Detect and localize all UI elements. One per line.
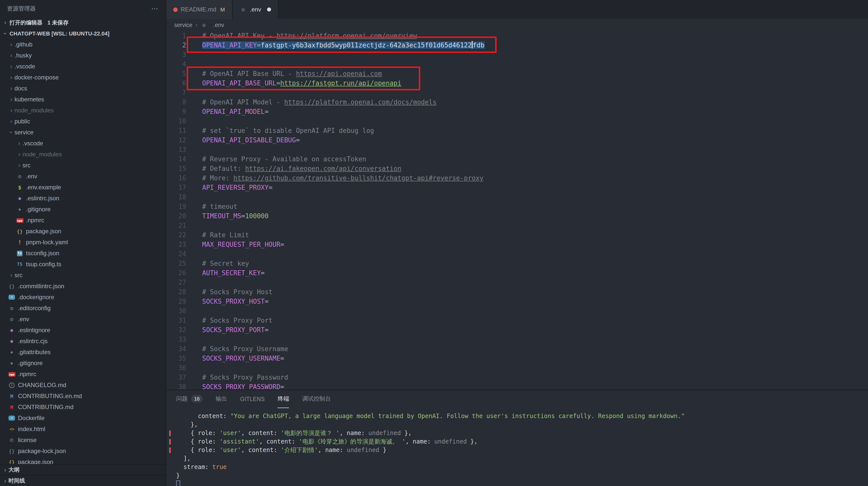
editor-line-24[interactable]: 24 (166, 249, 868, 259)
chevron-right-icon: › (16, 151, 23, 158)
panel-tab-output[interactable]: 输出 (216, 390, 227, 408)
tab-env[interactable]: ⚙.env (232, 0, 279, 19)
tree-item-.eslintrc.cjs[interactable]: ●.eslintrc.cjs (0, 336, 166, 347)
editor-line-14[interactable]: 14# Reverse Proxy - Available on accessT… (166, 154, 868, 164)
editor-line-29[interactable]: 29SOCKS_PROXY_HOST= (166, 297, 868, 306)
tree-item-.eslintignore[interactable]: ●.eslintignore (0, 325, 166, 336)
editor-line-6[interactable]: 6OPENAI_API_BASE_URL=https://fastgpt.run… (166, 79, 868, 88)
tree-item-tsconfig.json[interactable]: tstsconfig.json (0, 248, 166, 259)
code-token: OPENAI_API_DISABLE_DEBUG (202, 136, 296, 144)
tree-item-.gitignore[interactable]: ◆.gitignore (0, 204, 166, 215)
tree-item-CONTRIBUTING.md[interactable]: MCONTRIBUTING.md (0, 402, 166, 412)
tree-item-docker-compose[interactable]: ›docker-compose (0, 72, 166, 83)
breadcrumb-item-.env[interactable]: .env (213, 22, 224, 28)
editor-line-13[interactable]: 13 (166, 145, 868, 154)
editor-line-17[interactable]: 17API_REVERSE_PROXY= (166, 183, 868, 192)
tree-item-package-lock.json[interactable]: {}package-lock.json (0, 446, 166, 457)
editor-line-28[interactable]: 28# Socks Proxy Host (166, 287, 868, 297)
tree-item-label: .dockerignore (18, 294, 54, 301)
editor-line-33[interactable]: 33 (166, 335, 868, 344)
tree-item-.gitignore[interactable]: ◆.gitignore (0, 358, 166, 369)
tab-bar: README.mdM⚙.env (166, 0, 868, 19)
panel-tab-debug-console[interactable]: 调试控制台 (302, 390, 331, 408)
code-token: = (280, 383, 284, 390)
tree-item-.dockerignore[interactable]: ≈.dockerignore (0, 292, 166, 303)
tree-item-kubernetes[interactable]: ›kubernetes (0, 94, 166, 105)
editor-line-22[interactable]: 22# Rate Limit (166, 230, 868, 240)
editor-line-15[interactable]: 15# Default: https://ai.fakeopen.com/api… (166, 164, 868, 173)
tree-item-.vscode[interactable]: ›.vscode (0, 61, 166, 72)
editor-line-2[interactable]: 2OPENAI_API_KEY=fastgpt-y6b3axfbdd5wyp01… (166, 40, 868, 50)
editor-line-9[interactable]: 9OPENAI_API_MODEL= (166, 107, 868, 116)
tree-item-package.json[interactable]: {}package.json (0, 226, 166, 237)
tab-readme[interactable]: README.mdM (166, 0, 232, 19)
tree-item-Dockerfile[interactable]: ≈Dockerfile (0, 412, 166, 424)
tree-item-public[interactable]: ›public (0, 116, 166, 127)
editor[interactable]: 1# OpenAI API Key - https://platform.ope… (166, 31, 868, 390)
tree-item-index.html[interactable]: <>index.html (0, 424, 166, 434)
tree-item-.gitattributes[interactable]: ◆.gitattributes (0, 347, 166, 358)
tree-item-docs[interactable]: ›docs (0, 83, 166, 94)
editor-line-30[interactable]: 30 (166, 306, 868, 316)
editor-line-3[interactable]: 3 (166, 50, 868, 59)
editor-line-5[interactable]: 5# OpenAI API Base URL - https://api.ope… (166, 69, 868, 79)
tree-item-node_modules[interactable]: ›node_modules (0, 105, 166, 116)
panel-tab-gitlens[interactable]: GITLENS (240, 390, 265, 408)
editor-line-38[interactable]: 38SOCKS_PROXY_PASSWORD= (166, 382, 868, 390)
tree-item-CONTRIBUTING.en.md[interactable]: MCONTRIBUTING.en.md (0, 391, 166, 402)
editor-line-35[interactable]: 35SOCKS_PROXY_USERNAME= (166, 354, 868, 363)
editor-line-31[interactable]: 31# Socks Proxy Port (166, 316, 868, 325)
editor-line-34[interactable]: 34# Socks Proxy Username (166, 344, 868, 354)
tree-item-.eslintrc.json[interactable]: ●.eslintrc.json (0, 193, 166, 204)
tree-item-src[interactable]: ›src (0, 270, 166, 281)
editor-line-7[interactable]: 7 (166, 88, 868, 97)
editor-line-16[interactable]: 16# More: https://github.com/transitive-… (166, 173, 868, 183)
editor-line-4[interactable]: 4 (166, 59, 868, 69)
tree-item-.env.example[interactable]: $.env.example (0, 182, 166, 193)
editor-line-27[interactable]: 27 (166, 278, 868, 287)
editor-line-37[interactable]: 37# Socks Proxy Password (166, 373, 868, 382)
section-timeline[interactable]: ›时间线 (0, 475, 166, 486)
unsaved-dot-icon[interactable] (267, 7, 271, 11)
section-outline[interactable]: ›大纲 (0, 464, 166, 475)
code-token: # timeout (202, 203, 237, 210)
tree-item-src[interactable]: ›src (0, 160, 166, 171)
tree-item-label: .npmrc (18, 371, 36, 378)
editor-line-1[interactable]: 1# OpenAI API Key - https://platform.ope… (166, 31, 868, 40)
tree-item-service[interactable]: ›service (0, 127, 166, 138)
editor-line-26[interactable]: 26AUTH_SECRET_KEY= (166, 268, 868, 278)
tree-item-.github[interactable]: ›.github (0, 39, 166, 50)
tree-item-.vscode[interactable]: ›.vscode (0, 138, 166, 149)
tree-item-CHANGELOG.md[interactable]: iCHANGELOG.md (0, 380, 166, 391)
tree-item-pnpm-lock.yaml[interactable]: !pnpm-lock.yaml (0, 237, 166, 248)
tree-item-node_modules[interactable]: ›node_modules (0, 149, 166, 160)
open-editors-section[interactable]: › 打开的编辑器 1 未保存 (0, 17, 166, 28)
editor-line-19[interactable]: 19# timeout (166, 202, 868, 211)
tree-item-.commitlintrc.json[interactable]: {}.commitlintrc.json (0, 281, 166, 292)
editor-line-8[interactable]: 8# OpenAI API Model - https://platform.o… (166, 97, 868, 107)
more-actions-icon[interactable]: ⋯ (151, 4, 159, 12)
tree-item-.env[interactable]: ⚙.env (0, 314, 166, 325)
panel-tab-problems[interactable]: 问题16 (176, 390, 203, 408)
workspace-root-section[interactable]: › CHATGPT-WEB [WSL: UBUNTU-22.04] (0, 28, 166, 39)
editor-line-10[interactable]: 10 (166, 116, 868, 126)
editor-line-20[interactable]: 20TIMEOUT_MS=100000 (166, 211, 868, 221)
editor-line-12[interactable]: 12OPENAI_API_DISABLE_DEBUG= (166, 135, 868, 145)
panel-tab-terminal[interactable]: 终端 (278, 390, 289, 408)
breadcrumb-item-service[interactable]: service (174, 22, 192, 28)
editor-line-25[interactable]: 25# Secret key (166, 259, 868, 268)
terminal[interactable]: content: "You are ChatGPT, a large langu… (166, 408, 868, 486)
tree-item-tsup.config.ts[interactable]: TStsup.config.ts (0, 259, 166, 270)
tree-item-.env[interactable]: ⚙.env (0, 171, 166, 182)
tree-item-.npmrc[interactable]: npm.npmrc (0, 369, 166, 380)
editor-line-11[interactable]: 11# set `true` to disable OpenAI API deb… (166, 126, 868, 135)
tree-item-.npmrc[interactable]: npm.npmrc (0, 215, 166, 226)
tree-item-.editorconfig[interactable]: ⚙.editorconfig (0, 303, 166, 314)
editor-line-23[interactable]: 23MAX_REQUEST_PER_HOUR= (166, 240, 868, 249)
tree-item-.husky[interactable]: ›.husky (0, 50, 166, 61)
editor-line-18[interactable]: 18 (166, 192, 868, 202)
tree-item-license[interactable]: ©license (0, 434, 166, 446)
editor-line-32[interactable]: 32SOCKS_PROXY_PORT= (166, 325, 868, 335)
editor-line-36[interactable]: 36 (166, 363, 868, 373)
editor-line-21[interactable]: 21 (166, 221, 868, 230)
